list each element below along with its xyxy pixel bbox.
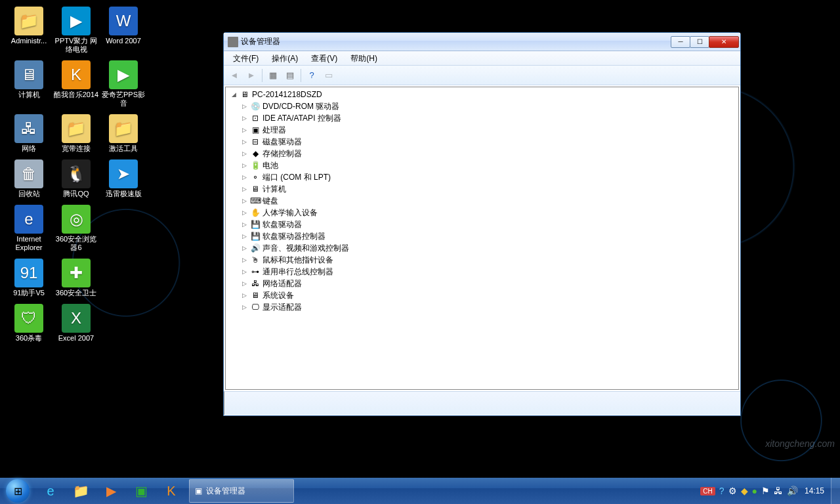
expand-icon[interactable]: ▷ bbox=[240, 115, 248, 121]
help-button[interactable]: ? bbox=[304, 68, 320, 83]
expand-icon[interactable]: ▷ bbox=[240, 304, 248, 310]
expand-icon[interactable]: ▷ bbox=[240, 174, 248, 180]
desktop-icon[interactable]: 📁Administr... bbox=[5, 7, 52, 54]
tree-category[interactable]: ▷◆存储控制器 bbox=[226, 148, 738, 159]
icon-label: 360安全卫士 bbox=[56, 289, 96, 297]
tree-category[interactable]: ▷✋人体学输入设备 bbox=[226, 207, 738, 219]
desktop-icon[interactable]: 9191助手V5 bbox=[5, 259, 52, 297]
expand-icon[interactable]: ▷ bbox=[240, 198, 248, 204]
expand-icon[interactable]: ▷ bbox=[240, 150, 248, 157]
desktop-icon[interactable]: ✚360安全卫士 bbox=[52, 259, 100, 297]
app-icon: ✚ bbox=[62, 259, 91, 287]
close-button[interactable]: ✕ bbox=[709, 36, 739, 48]
tray-help-icon[interactable]: ? bbox=[719, 486, 724, 496]
app-icon: 🖧 bbox=[14, 114, 43, 143]
taskbar-active-task[interactable]: ▣ 设备管理器 bbox=[189, 479, 294, 503]
window-title: 设备管理器 bbox=[241, 36, 671, 47]
tree-category[interactable]: ▷🖱鼠标和其他指针设备 bbox=[226, 254, 738, 266]
pinned-app[interactable]: ▣ bbox=[127, 479, 156, 503]
tree-category[interactable]: ▷⊶通用串行总线控制器 bbox=[226, 266, 738, 278]
menu-item[interactable]: 操作(A) bbox=[265, 51, 304, 65]
desktop-icon[interactable]: ◎360安全浏览器6 bbox=[52, 205, 100, 252]
category-icon: ⊟ bbox=[250, 136, 261, 147]
device-tree[interactable]: ◢ 🖥 PC-20141218DSZD ▷💿DVD/CD-ROM 驱动器▷⊡ID… bbox=[225, 87, 739, 390]
collapse-icon[interactable]: ◢ bbox=[230, 91, 238, 98]
tree-category[interactable]: ▷🖥计算机 bbox=[226, 183, 738, 195]
category-label: 电池 bbox=[262, 160, 278, 171]
desktop-icon[interactable]: WWord 2007 bbox=[100, 7, 147, 54]
titlebar[interactable]: 设备管理器 ─ ☐ ✕ bbox=[224, 33, 740, 51]
desktop-icon[interactable]: 🛡360杀毒 bbox=[5, 304, 52, 343]
tree-category[interactable]: ▷💾软盘驱动器控制器 bbox=[226, 230, 738, 242]
desktop-icon[interactable]: XExcel 2007 bbox=[52, 304, 100, 343]
clock[interactable]: 14:15 bbox=[802, 486, 827, 495]
start-button[interactable]: ⊞ bbox=[0, 478, 35, 504]
expand-icon[interactable]: ▷ bbox=[240, 127, 248, 133]
tree-category[interactable]: ▷🖥系统设备 bbox=[226, 289, 738, 301]
tree-category[interactable]: ▷▣处理器 bbox=[226, 124, 738, 136]
expand-icon[interactable]: ▷ bbox=[240, 162, 248, 169]
maximize-button[interactable]: ☐ bbox=[690, 36, 709, 48]
desktop-icon[interactable]: ▶爱奇艺PPS影音 bbox=[100, 60, 147, 108]
expand-icon[interactable]: ▷ bbox=[240, 103, 248, 110]
tray-flag-icon[interactable]: ⚑ bbox=[761, 486, 770, 496]
desktop[interactable]: 📁Administr...▶PPTV聚力 网络电视WWord 2007🖥计算机K… bbox=[0, 0, 840, 478]
menu-item[interactable]: 查看(V) bbox=[304, 51, 344, 65]
desktop-icon[interactable]: 📁宽带连接 bbox=[52, 114, 100, 153]
expand-icon[interactable]: ▷ bbox=[240, 257, 248, 263]
tree-category[interactable]: ▷💾软盘驱动器 bbox=[226, 219, 738, 230]
minimize-button[interactable]: ─ bbox=[671, 36, 690, 48]
status-bar bbox=[224, 391, 740, 415]
pinned-app[interactable]: e bbox=[36, 479, 65, 503]
category-label: 系统设备 bbox=[262, 290, 294, 301]
menu-item[interactable]: 文件(F) bbox=[226, 51, 265, 65]
window-icon bbox=[228, 37, 238, 47]
desktop-icon[interactable]: eInternet Explorer bbox=[5, 205, 52, 252]
menu-item[interactable]: 帮助(H) bbox=[344, 51, 384, 65]
pinned-app[interactable]: ▶ bbox=[96, 479, 125, 503]
category-icon: 🖥 bbox=[250, 290, 261, 301]
ime-indicator[interactable]: CH bbox=[700, 487, 715, 495]
show-hidden-button[interactable]: ▦ bbox=[265, 68, 281, 83]
tree-category[interactable]: ▷⊡IDE ATA/ATAPI 控制器 bbox=[226, 112, 738, 124]
show-desktop-button[interactable] bbox=[831, 478, 840, 504]
desktop-icon[interactable]: 📁激活工具 bbox=[100, 114, 147, 153]
expand-icon[interactable]: ▷ bbox=[240, 245, 248, 251]
tree-category[interactable]: ▷🖧网络适配器 bbox=[226, 278, 738, 289]
pinned-app[interactable]: K bbox=[157, 479, 186, 503]
tree-category[interactable]: ▷⌨键盘 bbox=[226, 195, 738, 207]
forward-button: ► bbox=[243, 68, 259, 83]
tray-network-icon[interactable]: 🖧 bbox=[774, 486, 783, 496]
expand-icon[interactable]: ▷ bbox=[240, 138, 248, 145]
tree-category[interactable]: ▷🔊声音、视频和游戏控制器 bbox=[226, 242, 738, 254]
tray-volume-icon[interactable]: 🔊 bbox=[787, 486, 798, 496]
expand-icon[interactable]: ▷ bbox=[240, 268, 248, 275]
tree-category[interactable]: ▷🔋电池 bbox=[226, 159, 738, 171]
expand-icon[interactable]: ▷ bbox=[240, 221, 248, 228]
desktop-icon[interactable]: 🐧腾讯QQ bbox=[52, 159, 100, 198]
desktop-icon[interactable]: 🖧网络 bbox=[5, 114, 52, 153]
desktop-icon[interactable]: K酷我音乐2014 bbox=[52, 60, 100, 108]
tray-shield-icon[interactable]: ◆ bbox=[741, 486, 748, 496]
pinned-app[interactable]: 📁 bbox=[66, 479, 95, 503]
tray-shield2-icon[interactable]: ● bbox=[752, 486, 757, 496]
expand-icon[interactable]: ▷ bbox=[240, 186, 248, 192]
category-icon: ⌨ bbox=[250, 196, 261, 206]
tree-root[interactable]: ◢ 🖥 PC-20141218DSZD bbox=[226, 89, 738, 100]
view-button[interactable]: ▤ bbox=[282, 68, 298, 83]
expand-icon[interactable]: ▷ bbox=[240, 292, 248, 299]
desktop-icon[interactable]: ▶PPTV聚力 网络电视 bbox=[52, 7, 100, 54]
tree-category[interactable]: ▷🖵显示适配器 bbox=[226, 301, 738, 313]
tree-category[interactable]: ▷💿DVD/CD-ROM 驱动器 bbox=[226, 100, 738, 112]
expand-icon[interactable]: ▷ bbox=[240, 209, 248, 216]
expand-icon[interactable]: ▷ bbox=[240, 233, 248, 240]
tree-category[interactable]: ▷⚬端口 (COM 和 LPT) bbox=[226, 171, 738, 183]
scan-button: ▭ bbox=[321, 68, 337, 83]
tray-gear-icon[interactable]: ⚙ bbox=[728, 486, 737, 496]
tree-category[interactable]: ▷⊟磁盘驱动器 bbox=[226, 136, 738, 148]
desktop-icon[interactable]: ➤迅雷极速版 bbox=[100, 159, 147, 198]
desktop-icon[interactable]: 🖥计算机 bbox=[5, 60, 52, 108]
desktop-icon[interactable]: 🗑回收站 bbox=[5, 159, 52, 198]
expand-icon[interactable]: ▷ bbox=[240, 280, 248, 287]
icon-label: Word 2007 bbox=[106, 37, 141, 45]
